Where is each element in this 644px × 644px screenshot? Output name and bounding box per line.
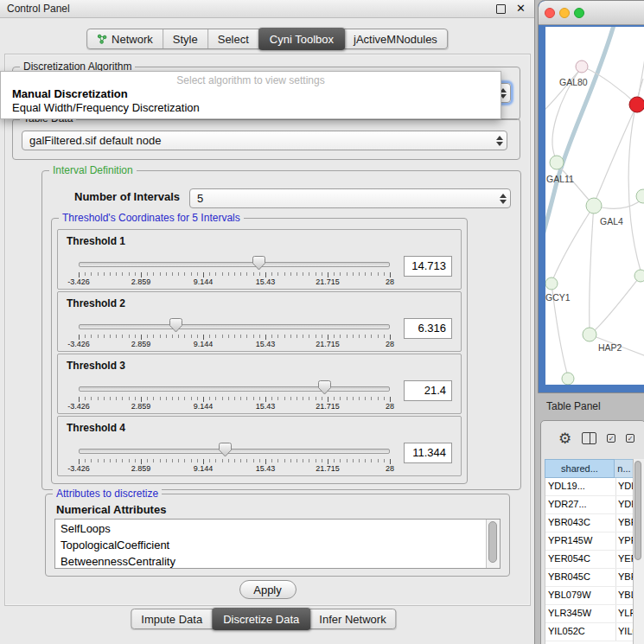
network-node-gal80[interactable] [576, 61, 588, 73]
slider-track[interactable] [79, 386, 390, 392]
slider-track[interactable] [79, 449, 390, 454]
traffic-light-minimize-icon[interactable] [559, 8, 570, 18]
scale-tick [334, 335, 335, 338]
network-node[interactable] [629, 97, 644, 112]
scale-tick [104, 397, 105, 400]
table-row[interactable]: YDR27...YDR2... [545, 496, 634, 514]
slider-thumb[interactable] [219, 443, 232, 457]
scale-tick [153, 397, 154, 400]
control-panel-titlebar[interactable]: Control Panel ✕ [0, 0, 534, 18]
tab-network[interactable]: Network [87, 29, 163, 48]
scale-tick [215, 272, 216, 276]
tab-impute-data[interactable]: Impute Data [131, 609, 213, 628]
scale-tick [246, 272, 247, 276]
network-node[interactable] [634, 270, 644, 282]
network-node-gal4[interactable] [586, 198, 602, 214]
network-edge[interactable] [596, 105, 637, 200]
tab-cyni-toolbox[interactable]: Cyni Toolbox [258, 28, 345, 50]
tab-select[interactable]: Select [208, 29, 259, 48]
threshold-slider[interactable] [79, 256, 390, 271]
table-row[interactable]: YBR043CYBR0... [545, 514, 634, 532]
float-window-icon[interactable] [496, 4, 506, 14]
table-header-cell[interactable]: shared... [545, 459, 615, 478]
threshold-slider[interactable] [79, 318, 390, 334]
scale-tick [359, 272, 360, 276]
threshold-value-field[interactable]: 11.344 [404, 443, 452, 463]
network-node-gcy1[interactable] [545, 277, 558, 290]
listbox-scrollbar[interactable] [486, 520, 500, 568]
table-scrollbar[interactable] [633, 459, 644, 644]
network-node-hap2[interactable] [583, 328, 596, 341]
slider-track[interactable] [79, 324, 390, 329]
combobox-stepper-icon[interactable] [496, 194, 510, 204]
scale-tick [371, 335, 372, 338]
dropdown-option-equal-width-frequency-discretization[interactable]: Equal Width/Frequency Discretization [12, 101, 200, 114]
network-node[interactable] [636, 189, 644, 203]
scrollbar-thumb[interactable] [634, 461, 641, 560]
checkbox-icon[interactable]: ✓ [626, 434, 634, 443]
table-toolbar: ⚙ ✓ ✓ [541, 421, 634, 456]
dropdown-option-manual-discretization[interactable]: Manual Discretization [12, 87, 128, 100]
scale-label: 9.144 [194, 464, 214, 473]
checkbox-icon[interactable]: ✓ [607, 434, 615, 443]
traffic-light-zoom-icon[interactable] [574, 8, 584, 18]
scale-tick [104, 459, 105, 462]
network-node[interactable] [562, 373, 574, 385]
table-row[interactable]: YBL079WYBL0... [545, 587, 634, 605]
gear-icon[interactable]: ⚙ [558, 431, 571, 446]
scale-label: 9.144 [194, 277, 214, 286]
slider-thumb[interactable] [318, 380, 331, 395]
scale-tick [147, 272, 148, 276]
scale-label: 15.43 [256, 340, 276, 348]
tab-jactivemnodules[interactable]: jActiveMNodules [344, 29, 447, 48]
table-row[interactable]: YLR345WYLR3... [545, 605, 634, 623]
table-row[interactable]: YDL19...YDL1... [545, 478, 634, 496]
network-edge[interactable] [590, 206, 594, 328]
threshold-value-field[interactable]: 6.316 [404, 318, 452, 339]
threshold-value-field[interactable]: 21.4 [404, 380, 452, 401]
apply-button[interactable]: Apply [239, 580, 296, 599]
table-row[interactable]: YPR145WYPR1... [545, 532, 634, 551]
slider-track[interactable] [79, 262, 390, 267]
scale-tick [365, 272, 366, 276]
network-edge[interactable] [553, 206, 594, 278]
tab-label: Discretize Data [223, 613, 299, 626]
number-of-intervals-combobox[interactable]: 5 [189, 188, 511, 208]
network-canvas[interactable]: GAL80GAL11GAL4GCY1HAP2 [545, 27, 644, 385]
combobox-stepper-icon[interactable] [493, 136, 507, 146]
attribute-item[interactable]: SelfLoops [61, 520, 500, 537]
slider-thumb[interactable] [252, 256, 265, 271]
threshold-slider[interactable] [79, 443, 390, 458]
tab-discretize-data[interactable]: Discretize Data [212, 608, 310, 630]
slider-scale: -3.4262.8599.14415.4321.71528 [79, 272, 390, 286]
network-edge[interactable] [595, 276, 641, 330]
table-data-combobox[interactable]: galFiltered.sif default node [22, 131, 507, 150]
columns-icon[interactable] [582, 432, 596, 444]
scale-tick [296, 397, 297, 400]
control-panel-content: Discretization Algorithm Table Data galF… [4, 54, 531, 606]
table-header-cell[interactable]: n... [615, 459, 634, 478]
close-icon[interactable]: ✕ [516, 2, 526, 15]
attribute-item[interactable]: TopologicalCoefficient [61, 537, 500, 553]
scale-tick [296, 459, 297, 462]
scale-tick [303, 335, 303, 338]
tab-infer-network[interactable]: Infer Network [309, 609, 395, 628]
traffic-light-close-icon[interactable] [545, 8, 555, 18]
threshold-value-field[interactable]: 14.713 [404, 256, 452, 277]
tab-style[interactable]: Style [163, 29, 208, 48]
interval-definition-group: Interval Definition Number of Intervals … [41, 170, 521, 490]
scrollbar-thumb[interactable] [488, 521, 497, 563]
scale-tick [166, 272, 167, 276]
table-row[interactable]: YER054CYER0... [545, 551, 634, 569]
slider-thumb[interactable] [169, 318, 182, 333]
scale-tick [110, 459, 111, 462]
network-titlebar[interactable] [539, 1, 644, 25]
attribute-item[interactable]: BetweennessCentrality [61, 553, 500, 569]
table-cell: YIL052C [548, 626, 585, 636]
network-node-gal11[interactable] [550, 156, 564, 169]
table-row[interactable]: YIL052CYIL0... [545, 623, 634, 641]
attributes-listbox[interactable]: SelfLoopsTopologicalCoefficientBetweenne… [54, 519, 501, 569]
table-row[interactable]: YBR045CYBR0... [545, 569, 634, 587]
threshold-slider[interactable] [79, 380, 390, 396]
window-title: Control Panel [7, 3, 70, 15]
